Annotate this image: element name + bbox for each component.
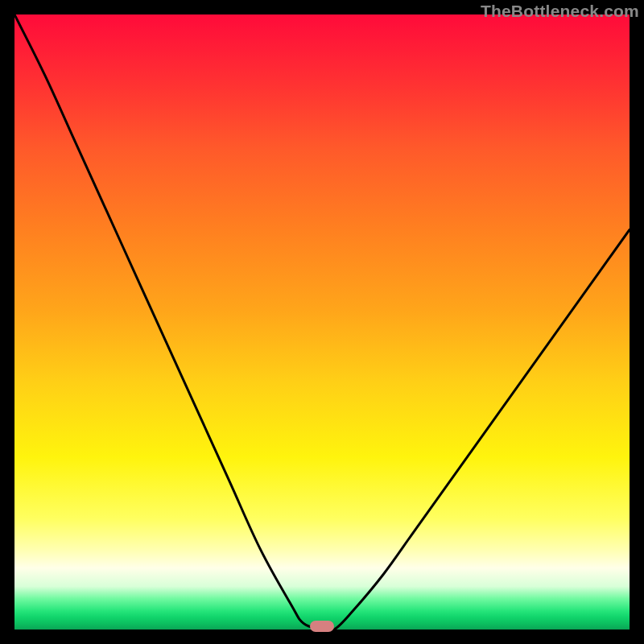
optimum-marker [310,621,334,632]
bottleneck-curve [14,14,630,630]
watermark-text: TheBottleneck.com [481,2,639,21]
plot-area [14,14,630,630]
chart-frame: TheBottleneck.com [0,0,644,644]
